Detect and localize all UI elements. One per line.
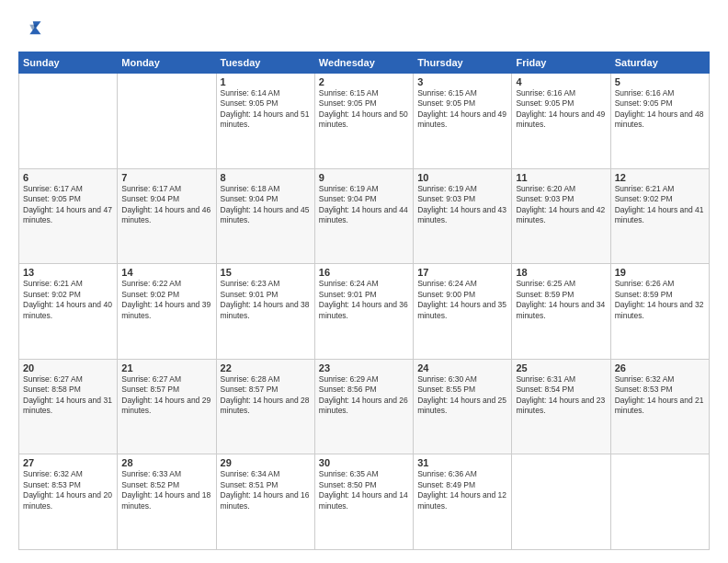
calendar-cell: 14Sunrise: 6:22 AMSunset: 9:02 PMDayligh…: [118, 264, 216, 360]
calendar-cell: 6Sunrise: 6:17 AMSunset: 9:05 PMDaylight…: [19, 168, 118, 264]
day-number: 12: [615, 172, 705, 183]
calendar-cell: 29Sunrise: 6:34 AMSunset: 8:51 PMDayligh…: [216, 454, 314, 550]
day-number: 23: [319, 362, 409, 373]
calendar-cell: 30Sunrise: 6:35 AMSunset: 8:50 PMDayligh…: [314, 454, 413, 550]
day-info: Sunrise: 6:35 AMSunset: 8:50 PMDaylight:…: [319, 469, 409, 511]
day-info: Sunrise: 6:16 AMSunset: 9:05 PMDaylight:…: [516, 88, 606, 131]
calendar-cell: 11Sunrise: 6:20 AMSunset: 9:03 PMDayligh…: [512, 168, 610, 264]
day-number: 26: [615, 362, 705, 373]
day-info: Sunrise: 6:15 AMSunset: 9:05 PMDaylight:…: [417, 88, 507, 131]
day-info: Sunrise: 6:36 AMSunset: 8:49 PMDaylight:…: [417, 469, 507, 511]
day-info: Sunrise: 6:20 AMSunset: 9:03 PMDaylight:…: [516, 184, 606, 226]
day-number: 2: [319, 76, 409, 87]
day-number: 9: [319, 172, 409, 183]
day-info: Sunrise: 6:25 AMSunset: 8:59 PMDaylight:…: [516, 279, 606, 321]
calendar-cell: 1Sunrise: 6:14 AMSunset: 9:05 PMDaylight…: [216, 74, 314, 169]
calendar-cell: 31Sunrise: 6:36 AMSunset: 8:49 PMDayligh…: [414, 454, 512, 550]
calendar-cell: [512, 454, 610, 550]
day-info: Sunrise: 6:18 AMSunset: 9:04 PMDaylight:…: [221, 184, 311, 226]
day-number: 5: [615, 76, 705, 87]
calendar-table: Sunday Monday Tuesday Wednesday Thursday…: [18, 52, 710, 550]
day-number: 7: [121, 172, 211, 183]
calendar-cell: 4Sunrise: 6:16 AMSunset: 9:05 PMDaylight…: [512, 74, 610, 169]
header-monday: Monday: [118, 52, 216, 74]
header-saturday: Saturday: [610, 52, 709, 74]
calendar-cell: 13Sunrise: 6:21 AMSunset: 9:02 PMDayligh…: [19, 264, 118, 360]
day-info: Sunrise: 6:22 AMSunset: 9:02 PMDaylight:…: [121, 279, 211, 321]
day-number: 4: [516, 76, 606, 87]
calendar-cell: 16Sunrise: 6:24 AMSunset: 9:01 PMDayligh…: [314, 264, 413, 360]
day-number: 30: [319, 457, 409, 468]
day-info: Sunrise: 6:32 AMSunset: 8:53 PMDaylight:…: [615, 374, 705, 417]
calendar-cell: 12Sunrise: 6:21 AMSunset: 9:02 PMDayligh…: [610, 168, 709, 264]
day-info: Sunrise: 6:34 AMSunset: 8:51 PMDaylight:…: [221, 469, 311, 511]
day-info: Sunrise: 6:26 AMSunset: 8:59 PMDaylight:…: [615, 279, 705, 321]
calendar-cell: 9Sunrise: 6:19 AMSunset: 9:04 PMDaylight…: [314, 168, 413, 264]
day-info: Sunrise: 6:31 AMSunset: 8:54 PMDaylight:…: [516, 374, 606, 417]
calendar-cell: 22Sunrise: 6:28 AMSunset: 8:57 PMDayligh…: [216, 359, 314, 454]
day-number: 24: [417, 362, 507, 373]
page: Sunday Monday Tuesday Wednesday Thursday…: [0, 0, 728, 563]
day-number: 15: [221, 267, 311, 278]
day-number: 16: [319, 267, 409, 278]
calendar-cell: 5Sunrise: 6:16 AMSunset: 9:05 PMDaylight…: [610, 74, 709, 169]
calendar-cell: 3Sunrise: 6:15 AMSunset: 9:05 PMDaylight…: [414, 74, 512, 169]
logo-icon: [18, 17, 44, 42]
day-number: 14: [121, 267, 211, 278]
day-info: Sunrise: 6:23 AMSunset: 9:01 PMDaylight:…: [221, 279, 311, 321]
calendar-cell: 26Sunrise: 6:32 AMSunset: 8:53 PMDayligh…: [610, 359, 709, 454]
day-number: 31: [417, 457, 507, 468]
day-info: Sunrise: 6:17 AMSunset: 9:04 PMDaylight:…: [121, 184, 211, 226]
day-info: Sunrise: 6:19 AMSunset: 9:03 PMDaylight:…: [417, 184, 507, 226]
day-info: Sunrise: 6:21 AMSunset: 9:02 PMDaylight:…: [615, 184, 705, 226]
day-number: 29: [221, 457, 311, 468]
calendar-cell: 28Sunrise: 6:33 AMSunset: 8:52 PMDayligh…: [118, 454, 216, 550]
day-number: 27: [23, 457, 113, 468]
calendar-cell: 23Sunrise: 6:29 AMSunset: 8:56 PMDayligh…: [314, 359, 413, 454]
day-number: 22: [221, 362, 311, 373]
day-info: Sunrise: 6:15 AMSunset: 9:05 PMDaylight:…: [319, 88, 409, 131]
logo: [18, 17, 48, 42]
day-info: Sunrise: 6:17 AMSunset: 9:05 PMDaylight:…: [23, 184, 113, 226]
day-info: Sunrise: 6:19 AMSunset: 9:04 PMDaylight:…: [319, 184, 409, 226]
calendar-cell: 18Sunrise: 6:25 AMSunset: 8:59 PMDayligh…: [512, 264, 610, 360]
calendar-cell: [610, 454, 709, 550]
calendar-week-4: 20Sunrise: 6:27 AMSunset: 8:58 PMDayligh…: [19, 359, 710, 454]
header-friday: Friday: [512, 52, 610, 74]
day-number: 10: [417, 172, 507, 183]
day-info: Sunrise: 6:24 AMSunset: 9:01 PMDaylight:…: [319, 279, 409, 321]
header-thursday: Thursday: [414, 52, 512, 74]
calendar-cell: 8Sunrise: 6:18 AMSunset: 9:04 PMDaylight…: [216, 168, 314, 264]
day-number: 3: [417, 76, 507, 87]
day-number: 8: [221, 172, 311, 183]
header-wednesday: Wednesday: [314, 52, 413, 74]
header: [18, 17, 710, 42]
day-number: 28: [121, 457, 211, 468]
calendar-week-1: 1Sunrise: 6:14 AMSunset: 9:05 PMDaylight…: [19, 74, 710, 169]
calendar-cell: 19Sunrise: 6:26 AMSunset: 8:59 PMDayligh…: [610, 264, 709, 360]
calendar-cell: 25Sunrise: 6:31 AMSunset: 8:54 PMDayligh…: [512, 359, 610, 454]
calendar-week-2: 6Sunrise: 6:17 AMSunset: 9:05 PMDaylight…: [19, 168, 710, 264]
calendar-header-row: Sunday Monday Tuesday Wednesday Thursday…: [19, 52, 710, 74]
day-info: Sunrise: 6:28 AMSunset: 8:57 PMDaylight:…: [221, 374, 311, 417]
calendar-cell: 27Sunrise: 6:32 AMSunset: 8:53 PMDayligh…: [19, 454, 118, 550]
day-number: 1: [221, 76, 311, 87]
day-info: Sunrise: 6:33 AMSunset: 8:52 PMDaylight:…: [121, 469, 211, 511]
day-info: Sunrise: 6:14 AMSunset: 9:05 PMDaylight:…: [221, 88, 311, 131]
calendar-week-3: 13Sunrise: 6:21 AMSunset: 9:02 PMDayligh…: [19, 264, 710, 360]
calendar-week-5: 27Sunrise: 6:32 AMSunset: 8:53 PMDayligh…: [19, 454, 710, 550]
day-info: Sunrise: 6:27 AMSunset: 8:58 PMDaylight:…: [23, 374, 113, 417]
calendar-cell: 21Sunrise: 6:27 AMSunset: 8:57 PMDayligh…: [118, 359, 216, 454]
calendar-cell: 20Sunrise: 6:27 AMSunset: 8:58 PMDayligh…: [19, 359, 118, 454]
calendar-cell: 2Sunrise: 6:15 AMSunset: 9:05 PMDaylight…: [314, 74, 413, 169]
day-number: 17: [417, 267, 507, 278]
calendar-cell: 24Sunrise: 6:30 AMSunset: 8:55 PMDayligh…: [414, 359, 512, 454]
calendar-cell: 15Sunrise: 6:23 AMSunset: 9:01 PMDayligh…: [216, 264, 314, 360]
day-number: 18: [516, 267, 606, 278]
calendar-cell: 10Sunrise: 6:19 AMSunset: 9:03 PMDayligh…: [414, 168, 512, 264]
header-sunday: Sunday: [19, 52, 118, 74]
day-info: Sunrise: 6:21 AMSunset: 9:02 PMDaylight:…: [23, 279, 113, 321]
calendar-cell: [118, 74, 216, 169]
day-info: Sunrise: 6:29 AMSunset: 8:56 PMDaylight:…: [319, 374, 409, 417]
day-number: 13: [23, 267, 113, 278]
